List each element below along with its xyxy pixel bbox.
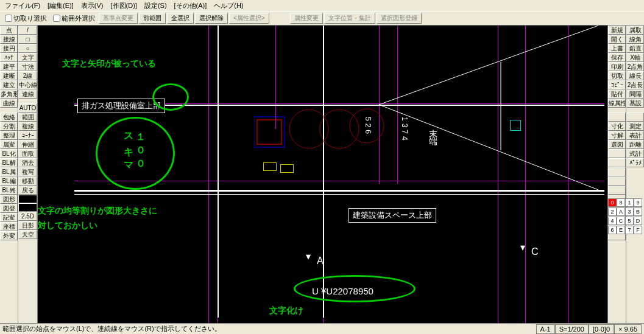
right1-btn-14[interactable] bbox=[608, 158, 626, 167]
menu-view[interactable]: 表示(V) bbox=[79, 0, 106, 12]
right2-btn-9[interactable] bbox=[626, 113, 644, 122]
left2-btn-0[interactable]: / bbox=[18, 26, 37, 35]
layergroup-1[interactable]: 1 bbox=[625, 198, 634, 207]
left2-btn-22[interactable]: 天空 bbox=[18, 230, 37, 239]
right1-btn-7[interactable]: 貼付 bbox=[608, 89, 626, 99]
left1-btn-6[interactable]: 建立 bbox=[0, 80, 18, 89]
left1-btn-19[interactable]: 図登 bbox=[0, 204, 18, 213]
left1-btn-14[interactable]: BL解 bbox=[0, 158, 18, 167]
left2-btn-10[interactable]: 複線 bbox=[18, 122, 37, 131]
right1-btn-4[interactable]: 印刷 bbox=[608, 62, 626, 71]
layergroup-2[interactable]: 2 bbox=[608, 207, 617, 216]
right2-btn-5[interactable]: 線長 bbox=[626, 71, 644, 80]
btn-attrchange[interactable]: 属性変更 bbox=[290, 13, 323, 24]
right1-btn-9[interactable] bbox=[608, 113, 626, 122]
right1-btn-5[interactable]: 切取 bbox=[608, 71, 626, 80]
left1-btn-15[interactable]: BL属 bbox=[0, 167, 18, 176]
left2-btn-18[interactable] bbox=[18, 195, 37, 203]
right1-btn-6[interactable]: ｺﾋﾟｰ bbox=[608, 80, 626, 89]
left1-btn-0[interactable]: 点 bbox=[0, 26, 18, 35]
layergroup-D[interactable]: D bbox=[634, 217, 642, 225]
right1-btn-1[interactable]: 開く bbox=[608, 35, 626, 44]
left2-btn-6[interactable]: 中心線 bbox=[18, 80, 37, 89]
layergroup-F[interactable]: F bbox=[634, 226, 642, 234]
left1-btn-12[interactable]: 属変 bbox=[0, 140, 18, 149]
left2-btn-19[interactable] bbox=[18, 203, 37, 212]
layergroup-7[interactable]: 7 bbox=[625, 226, 634, 234]
right1-btn-12[interactable]: 選図 bbox=[608, 140, 626, 149]
left2-btn-14[interactable]: 消去 bbox=[18, 158, 37, 167]
left2-btn-21[interactable]: 日影 bbox=[18, 221, 37, 230]
layergroup-C[interactable]: C bbox=[617, 217, 625, 225]
layergroup-8[interactable]: 8 bbox=[617, 198, 625, 207]
right1-btn-2[interactable]: 上書 bbox=[608, 44, 626, 53]
layergroup-0[interactable]: 0 bbox=[608, 198, 617, 207]
left1-btn-22[interactable]: 外変 bbox=[0, 231, 18, 240]
status-scale[interactable]: S=1/200 bbox=[555, 324, 589, 334]
left2-btn-1[interactable]: □ bbox=[18, 35, 37, 44]
chk-outselect[interactable]: 範囲外選択 bbox=[51, 14, 97, 23]
left1-btn-4[interactable]: 建平 bbox=[0, 62, 18, 71]
menu-other[interactable]: [その他(A)] bbox=[172, 0, 210, 12]
right1-btn-11[interactable]: 寸解 bbox=[608, 131, 626, 140]
btn-selectall[interactable]: 全選択 bbox=[167, 13, 194, 24]
right1-btn-13[interactable] bbox=[608, 149, 626, 158]
right2-btn-3[interactable]: X軸 bbox=[626, 53, 644, 62]
drawing-canvas[interactable]: 排ガス処理設備室上部 建築設備スペース上部 526 1374 末 端 スキマ １… bbox=[38, 26, 607, 323]
right2-btn-0[interactable]: 属取 bbox=[626, 26, 644, 35]
right1-btn-0[interactable]: 新規 bbox=[608, 26, 626, 35]
menu-edit[interactable]: [編集(E)] bbox=[45, 0, 76, 12]
right2-btn-11[interactable]: 表計 bbox=[626, 131, 644, 140]
right2-btn-1[interactable]: 線角 bbox=[626, 35, 644, 44]
left2-btn-8[interactable]: AUTO bbox=[18, 103, 37, 113]
layergroup-9[interactable]: 9 bbox=[634, 198, 642, 207]
left1-btn-8[interactable]: 曲線 bbox=[0, 99, 18, 108]
left2-btn-5[interactable]: 2線 bbox=[18, 71, 37, 80]
left1-btn-1[interactable]: 接線 bbox=[0, 35, 18, 44]
left1-btn-20[interactable]: 記変 bbox=[0, 213, 18, 222]
layergroup-B[interactable]: B bbox=[634, 207, 642, 216]
status-zoom[interactable]: × 9.65 bbox=[614, 324, 642, 334]
left2-btn-20[interactable]: 2.5D bbox=[18, 212, 37, 221]
right1-btn-15[interactable] bbox=[608, 167, 626, 176]
left2-btn-7[interactable]: 連線 bbox=[18, 89, 37, 99]
left2-btn-2[interactable]: ○ bbox=[18, 44, 37, 53]
right1-btn-8[interactable]: 線属性 bbox=[608, 99, 626, 108]
btn-deselect[interactable]: 選択解除 bbox=[195, 13, 228, 24]
right1-btn-17[interactable] bbox=[608, 186, 626, 195]
status-layer[interactable]: [0-0]0 bbox=[589, 324, 614, 334]
left1-btn-7[interactable]: 多角形 bbox=[0, 89, 18, 99]
right2-btn-8[interactable]: 基設 bbox=[626, 99, 644, 108]
btn-prevrange[interactable]: 前範囲 bbox=[139, 13, 166, 24]
left1-btn-5[interactable]: 建断 bbox=[0, 71, 18, 80]
btn-textpos[interactable]: 文字位置・集計 bbox=[324, 13, 375, 24]
left2-btn-12[interactable]: 伸縮 bbox=[18, 140, 37, 149]
layergroup-4[interactable]: 4 bbox=[608, 217, 617, 225]
menu-set[interactable]: 設定(S) bbox=[142, 0, 169, 12]
layergroup-A[interactable]: A bbox=[617, 207, 625, 216]
layergroup-3[interactable]: 3 bbox=[625, 207, 634, 216]
left2-btn-17[interactable]: 戻る bbox=[18, 186, 37, 195]
menu-file[interactable]: ファイル(F) bbox=[2, 0, 43, 12]
layergroup-6[interactable]: 6 bbox=[608, 226, 617, 234]
left2-btn-4[interactable]: 寸法 bbox=[18, 62, 37, 71]
right2-btn-13[interactable]: 式計 bbox=[626, 149, 644, 158]
right2-btn-7[interactable]: 間隔 bbox=[626, 89, 644, 99]
right2-btn-12[interactable]: 距離 bbox=[626, 140, 644, 149]
left1-btn-3[interactable]: ﾊｯﾁ bbox=[0, 53, 18, 62]
chk-cutselect[interactable]: 切取り選択 bbox=[2, 14, 49, 23]
btn-attrselect[interactable]: <属性選択> bbox=[229, 13, 269, 24]
left1-btn-2[interactable]: 接円 bbox=[0, 44, 18, 53]
right2-btn-10[interactable]: 測定 bbox=[626, 122, 644, 131]
layergroup-5[interactable]: 5 bbox=[625, 217, 634, 225]
left2-btn-9[interactable]: 範囲 bbox=[18, 113, 37, 122]
left1-btn-9[interactable]: 包絡 bbox=[0, 113, 18, 122]
left2-btn-13[interactable]: 面取 bbox=[18, 149, 37, 158]
menu-draw[interactable]: [作図(D)] bbox=[108, 0, 140, 12]
left2-btn-11[interactable]: ｺｰﾅｰ bbox=[18, 131, 37, 140]
btn-basepoint[interactable]: 基準点変更 bbox=[99, 13, 138, 24]
left1-btn-10[interactable]: 分割 bbox=[0, 122, 18, 131]
right2-btn-14[interactable]: ﾊﾟﾗﾒ bbox=[626, 158, 644, 167]
right1-btn-3[interactable]: 保存 bbox=[608, 53, 626, 62]
btn-regshape[interactable]: 選択図形登録 bbox=[377, 13, 422, 24]
